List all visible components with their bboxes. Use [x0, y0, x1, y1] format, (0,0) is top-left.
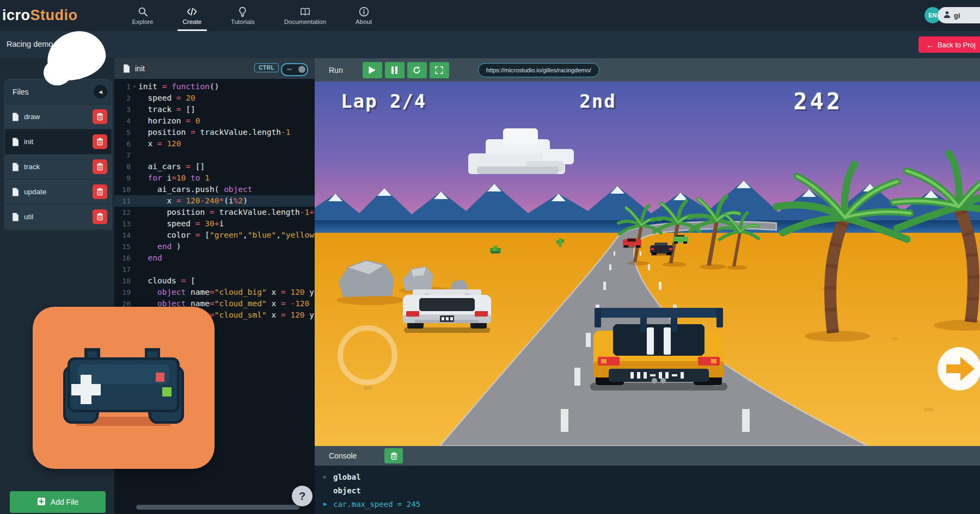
code-line: 10 ai_cars.push( object — [114, 184, 315, 195]
person-icon — [943, 10, 951, 20]
line-number: 19 — [114, 287, 131, 298]
run-bar: Run https://microstudio.io/gilles/racing… — [315, 58, 980, 82]
help-button[interactable]: ? — [292, 486, 313, 506]
line-number: 17 — [114, 264, 131, 275]
delete-file-button[interactable] — [93, 159, 107, 174]
code-text: end ) — [138, 241, 181, 252]
line-number: 1 — [114, 81, 131, 92]
editor-tab-name: init — [135, 64, 145, 73]
editor-header: init CTRL — [114, 58, 315, 79]
line-number: 5 — [114, 127, 131, 138]
user-name: gi — [954, 11, 960, 20]
code-text: speed = 20 — [138, 92, 195, 104]
line-number: 4 — [114, 115, 131, 127]
console-bar: Console — [315, 446, 980, 466]
code-line: 17 — [114, 264, 315, 275]
file-name: draw — [24, 113, 40, 121]
nav-label: Documentation — [284, 18, 326, 25]
fold-marker — [131, 207, 138, 218]
restart-button[interactable] — [407, 62, 427, 78]
info-icon — [359, 7, 369, 17]
fullscreen-button[interactable] — [430, 62, 449, 78]
editor-mode-toggle[interactable] — [281, 63, 308, 76]
console-output[interactable]: ▶globalobject▶car.max_speed = 245 — [315, 466, 980, 514]
file-name: update — [24, 188, 46, 196]
file-icon — [123, 64, 130, 73]
toggle-knob — [298, 66, 305, 73]
code-text: track = [] — [138, 104, 195, 115]
clear-console-button[interactable] — [384, 448, 403, 463]
game-url-link[interactable]: https://microstudio.io/gilles/racingdemo… — [478, 63, 599, 77]
fold-marker — [131, 104, 138, 115]
fold-marker — [131, 172, 138, 184]
nav-item-about[interactable]: About — [353, 0, 374, 31]
file-icon — [12, 113, 19, 121]
fold-marker — [131, 195, 138, 207]
user-menu[interactable]: gi — [938, 7, 980, 23]
pause-button[interactable] — [385, 62, 405, 78]
right-arrow-control[interactable] — [936, 346, 980, 392]
play-icon — [368, 66, 376, 75]
code-text: object name="cloud_big" x = 120 y = 35 v — [138, 287, 315, 298]
search-icon — [138, 7, 148, 17]
delete-file-button[interactable] — [93, 209, 107, 224]
file-icon — [12, 163, 19, 171]
hud-speed: 242 — [793, 88, 843, 115]
code-line: 16 end — [114, 252, 315, 264]
fold-marker — [131, 115, 138, 127]
file-list: drawinittrackupdateutil — [5, 104, 112, 230]
line-number: 3 — [114, 104, 131, 115]
add-file-button[interactable]: Add File — [10, 491, 106, 513]
delete-file-button[interactable] — [93, 109, 107, 124]
game-viewport[interactable]: Lap 2/4 2nd 242 — [315, 82, 980, 446]
nav-label: Explore — [132, 18, 154, 25]
project-bar: Racing demo ← Back to Proj — [0, 31, 980, 58]
run-buttons — [363, 62, 449, 78]
line-number: 7 — [114, 150, 131, 161]
hud-race-position: 2nd — [562, 90, 633, 112]
console-line: ▶global — [315, 470, 980, 484]
file-item-draw[interactable]: draw — [5, 104, 112, 129]
line-number: 15 — [114, 241, 131, 252]
nav-item-explore[interactable]: Explore — [130, 0, 156, 31]
file-name: util — [24, 213, 33, 221]
nav-item-tutorials[interactable]: Tutorials — [229, 0, 257, 31]
delete-file-button[interactable] — [93, 184, 107, 199]
code-text: init = function() — [138, 81, 219, 92]
fold-marker — [131, 264, 138, 275]
line-number: 14 — [114, 230, 131, 241]
code-line: 12 position = trackValue.length-1+i*.1 — [114, 207, 315, 218]
logo[interactable]: icroStudio — [2, 7, 78, 24]
hud-lap-counter: Lap 2/4 — [341, 90, 426, 112]
file-item-init[interactable]: init — [5, 129, 112, 154]
file-item-track[interactable]: track — [5, 154, 112, 179]
fold-marker — [131, 241, 138, 252]
code-line: 15 end ) — [114, 241, 315, 252]
fold-marker — [131, 92, 138, 104]
line-number: 11 — [114, 195, 131, 207]
nav-items: ExploreCreateTutorialsDocumentationAbout — [130, 0, 375, 31]
nav-item-documentation[interactable]: Documentation — [282, 0, 328, 31]
nav-label: Tutorials — [231, 18, 255, 25]
collapse-sidebar-button[interactable]: ◀ — [94, 85, 107, 98]
add-file-icon — [37, 497, 46, 507]
project-title: Racing demo — [7, 40, 53, 48]
console-line: object — [315, 484, 980, 497]
code-text: end — [138, 252, 162, 264]
delete-file-button[interactable] — [93, 134, 107, 149]
code-line: 19 object name="cloud_big" x = 120 y = 3… — [114, 287, 315, 298]
right-arrow-icon — [936, 346, 980, 392]
ai-car-red — [623, 238, 641, 248]
fold-marker — [131, 275, 138, 287]
back-to-projects-button[interactable]: ← Back to Proj — [918, 36, 980, 53]
file-item-util[interactable]: util — [5, 205, 112, 230]
play-button[interactable] — [363, 62, 382, 78]
horizontal-scrollbar[interactable] — [136, 505, 299, 510]
fold-marker — [131, 252, 138, 264]
file-item-update[interactable]: update — [5, 179, 112, 205]
book-icon — [300, 7, 310, 17]
left-touch-control[interactable] — [338, 325, 397, 385]
code-text: clouds = [ — [138, 275, 195, 287]
console-text: object — [333, 486, 361, 495]
nav-item-create[interactable]: Create — [181, 0, 204, 31]
